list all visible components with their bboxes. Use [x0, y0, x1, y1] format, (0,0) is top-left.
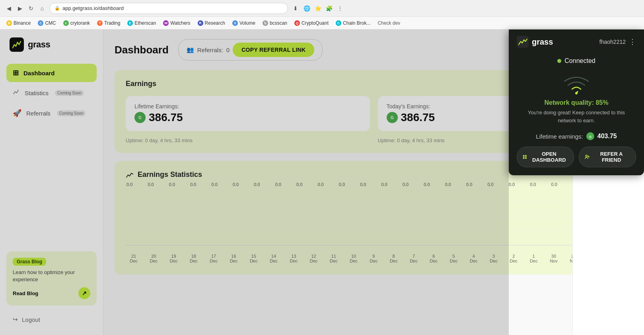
- refer-friend-button[interactable]: REFER A FRIEND: [579, 147, 636, 167]
- home-button[interactable]: ⌂: [38, 4, 46, 12]
- blog-tag: Grass Blog: [13, 258, 46, 266]
- sidebar-item-statistics[interactable]: Statistics Coming Soon: [6, 84, 97, 102]
- ext-more-button[interactable]: ⋮: [629, 37, 636, 46]
- download-page-icon[interactable]: ⬇: [291, 4, 300, 13]
- crytorank-label: crytorank: [70, 20, 90, 26]
- back-button[interactable]: ◀: [5, 4, 13, 12]
- date-col-8: 13Dec: [286, 254, 301, 265]
- lifetime-coin-icon: G: [134, 112, 146, 123]
- uptime1-text: Uptime: 0 day, 4 hrs, 33 mins: [126, 137, 370, 143]
- stats-title-row: Earnings Statistics: [126, 170, 202, 179]
- bookmark-binance[interactable]: B Binance: [3, 19, 34, 27]
- bookmark-cmc[interactable]: C CMC: [35, 19, 59, 27]
- connected-dot-icon: [557, 59, 561, 63]
- address-bar[interactable]: 🔒 app.getgrass.io/dashboard: [49, 3, 288, 14]
- network-quality-text: Network quality: 85%: [509, 99, 644, 106]
- bookmark-checkdev[interactable]: Check dev: [374, 19, 403, 27]
- bookmark-trading[interactable]: T Trading: [94, 19, 123, 27]
- ext-logo-text: grass: [532, 37, 553, 47]
- extension-icon[interactable]: 🧩: [325, 4, 333, 13]
- cryptoquant-label: CryptoQuant: [302, 20, 329, 26]
- open-dashboard-button[interactable]: OPEN DASHBOARD: [517, 147, 574, 167]
- blog-description: Learn how to optimize your experience: [13, 269, 90, 283]
- bookmark-watchers[interactable]: W Watchers: [160, 19, 193, 27]
- bookmark-cryptoquant[interactable]: Q CryptoQuant: [291, 19, 332, 27]
- date-col-19: 2Dec: [506, 254, 521, 265]
- forward-button[interactable]: ▶: [16, 4, 24, 12]
- date-labels-row: 21Dec 20Dec 19Dec 18Dec 17Dec 16Dec 15De…: [126, 254, 622, 265]
- lifetime-earnings-col: Lifetime Earnings: G 386.75: [134, 103, 183, 124]
- bookmark-etherscan[interactable]: E Etherscan: [124, 19, 159, 27]
- url-text: app.getgrass.io/dashboard: [62, 5, 124, 11]
- lifetime-earnings-box: Lifetime Earnings: G 386.75: [126, 96, 370, 131]
- logout-item[interactable]: ↪ Logout: [6, 312, 97, 327]
- referrals-nav-label: Referrals: [26, 110, 51, 117]
- statistics-icon: [13, 88, 20, 98]
- date-col-18: 3Dec: [486, 254, 501, 265]
- trading-favicon: T: [97, 20, 103, 26]
- svg-point-17: [586, 155, 587, 157]
- date-col-10: 11Dec: [327, 254, 341, 265]
- today-earnings-value: 386.75: [401, 111, 435, 124]
- chart-val-4: 0.0: [212, 182, 218, 187]
- refresh-browser-button[interactable]: ↻: [27, 4, 35, 12]
- wifi-icon: [562, 74, 590, 96]
- date-col-1: 20Dec: [146, 254, 161, 265]
- chart-val-8: 0.0: [296, 182, 302, 187]
- chart-icon: [126, 171, 134, 179]
- sidebar-item-referrals[interactable]: 🚀 Referrals Coming Soon: [6, 104, 97, 122]
- ext-connected-row: Connected: [509, 54, 644, 68]
- sidebar-item-dashboard[interactable]: ⊞ Dashboard: [6, 64, 97, 82]
- blog-arrow-button[interactable]: ↗: [78, 287, 90, 299]
- watchers-label: Watchers: [170, 20, 190, 26]
- lifetime-earnings-label: Lifetime Earnings:: [134, 103, 183, 110]
- bookmark-crytorank[interactable]: c crytorank: [60, 19, 93, 27]
- chart-val-6: 0.0: [254, 182, 260, 187]
- bookmark-research[interactable]: R Research: [195, 19, 228, 27]
- app-container: grass ⊞ Dashboard Statistics Coming Soon…: [0, 29, 644, 335]
- svg-text:G: G: [589, 135, 591, 139]
- blog-read-row: Read Blog ↗: [13, 287, 90, 299]
- binance-label: Binance: [14, 20, 31, 26]
- chart-val-11: 0.0: [360, 182, 366, 187]
- today-earnings-col: Today's Earnings: G 386.75: [387, 103, 435, 124]
- date-col-13: 8Dec: [387, 254, 401, 265]
- bookmark-bcsscan[interactable]: b bcsscan: [259, 19, 290, 27]
- bookmark-chainbrok[interactable]: C Chain Brok...: [333, 19, 374, 27]
- ext-actions-row: OPEN DASHBOARD REFER A FRIEND: [509, 147, 644, 167]
- date-col-11: 10Dec: [346, 254, 361, 265]
- svg-rect-16: [525, 157, 527, 159]
- referrals-pill: 👥 Referrals: 0 COPY REFERRAL LINK: [178, 39, 323, 61]
- ext-connected-label: Connected: [564, 57, 595, 65]
- more-icon[interactable]: ⋮: [336, 4, 344, 13]
- refer-friend-label: REFER A FRIEND: [593, 151, 630, 163]
- chart-val-18: 0.0: [509, 182, 515, 187]
- stats-title: Earnings Statistics: [138, 170, 202, 179]
- date-col-20: 1Dec: [527, 254, 541, 265]
- copy-referral-button[interactable]: COPY REFERRAL LINK: [233, 43, 314, 57]
- chart-val-20: 0.0: [551, 182, 557, 187]
- blog-read-link[interactable]: Read Blog: [13, 290, 38, 296]
- ext-popup-header: grass fhaoh2212 ⋮: [509, 29, 644, 54]
- date-col-12: 9Dec: [366, 254, 381, 265]
- ext-lifetime-value: 403.75: [597, 133, 617, 140]
- ext-user-row: fhaoh2212 ⋮: [599, 37, 636, 46]
- ext-logo-icon: [517, 36, 529, 48]
- research-label: Research: [205, 20, 225, 26]
- browser-chrome: ◀ ▶ ↻ ⌂ 🔒 app.getgrass.io/dashboard ⬇ 🌐 …: [0, 0, 644, 17]
- chart-val-16: 0.0: [466, 182, 472, 187]
- refer-action-icon: [585, 154, 590, 160]
- bookmark-volume[interactable]: V Volume: [229, 19, 259, 27]
- svg-rect-14: [525, 155, 527, 157]
- chart-val-19: 0.0: [530, 182, 536, 187]
- chart-values-row: 0.0 0.0 0.0 0.0 0.0 0.0 0.0 0.0 0.0 0.0 …: [126, 182, 622, 187]
- star-icon[interactable]: ⭐: [313, 4, 322, 13]
- referrals-badge: Coming Soon: [57, 110, 86, 116]
- dashboard-nav-label: Dashboard: [23, 70, 54, 76]
- date-col-15: 6Dec: [426, 254, 441, 265]
- sidebar-logo: grass: [6, 37, 97, 52]
- translate-icon[interactable]: 🌐: [302, 4, 311, 13]
- statistics-badge: Coming Soon: [55, 90, 84, 96]
- referrals-header-count: 0: [226, 47, 230, 53]
- lifetime-earnings-value-row: G 386.75: [134, 111, 183, 124]
